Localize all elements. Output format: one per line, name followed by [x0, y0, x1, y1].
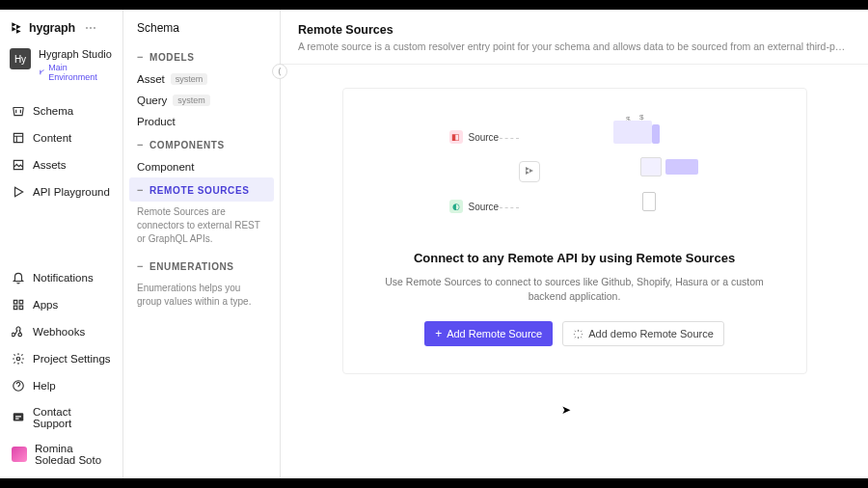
nav-content[interactable]: Content — [0, 124, 122, 151]
model-product[interactable]: Product — [129, 111, 274, 132]
collapse-icon: − — [137, 140, 144, 150]
secondary-nav: Notifications Apps Webhooks Project Sett… — [0, 258, 122, 478]
enumerations-group-header[interactable]: − ENUMERATIONS — [129, 254, 274, 278]
webhooks-icon — [12, 325, 25, 339]
nav-contact-support[interactable]: Contact Support — [0, 399, 122, 436]
nav-assets[interactable]: Assets — [0, 151, 122, 178]
remote-sources-help: Remote Sources are connectors to externa… — [129, 202, 274, 254]
nav-webhooks[interactable]: Webhooks — [0, 318, 122, 345]
empty-state-title: Connect to any Remote API by using Remot… — [366, 251, 783, 265]
nav-schema[interactable]: Schema — [0, 97, 122, 124]
illus-dest — [652, 124, 660, 144]
components-group-header[interactable]: − COMPONENTS — [129, 132, 274, 156]
schema-icon — [12, 104, 25, 118]
main-header: Remote Sources A remote source is a cust… — [281, 10, 868, 65]
source-icon: ◧ — [449, 130, 463, 144]
hygraph-logo-icon — [10, 21, 23, 35]
panel-collapse-button[interactable]: ⟨ — [272, 64, 287, 79]
model-asset[interactable]: Asset system — [129, 68, 274, 90]
schema-panel-title: Schema — [129, 21, 274, 44]
illus-dest — [640, 157, 662, 176]
apps-icon — [12, 298, 25, 312]
nav-user[interactable]: Romina Soledad Soto — [0, 436, 122, 473]
nav-help[interactable]: Help — [0, 372, 122, 399]
collapse-icon: − — [137, 52, 144, 63]
play-icon — [12, 185, 25, 199]
workspace-badge: Hy — [10, 48, 31, 69]
plus-icon: + — [435, 328, 442, 339]
model-query[interactable]: Query system — [129, 90, 274, 111]
add-remote-source-button[interactable]: + Add Remote Source — [424, 321, 553, 346]
source-icon: ◐ — [449, 200, 463, 213]
models-group-header[interactable]: − MODELS — [129, 44, 274, 68]
workspace-env: Main Environment — [39, 63, 113, 82]
collapse-icon: − — [137, 261, 144, 272]
workspace-switcher[interactable]: Hy Hygraph Studio Main Environment — [0, 44, 122, 92]
collapse-icon: − — [137, 185, 144, 196]
nav-project-settings[interactable]: Project Settings — [0, 345, 122, 372]
empty-state-description: Use Remote Sources to connect to sources… — [366, 275, 783, 304]
assets-icon — [12, 158, 25, 172]
content-icon — [12, 131, 25, 145]
illus-dest — [665, 159, 698, 175]
illus-source-1: ◧ Source — [449, 130, 500, 144]
empty-state-illustration: ◧ Source ◐ Source — [366, 118, 783, 233]
system-pill: system — [173, 95, 210, 106]
user-avatar — [12, 447, 27, 462]
help-icon — [12, 379, 25, 393]
svg-rect-2 — [14, 413, 24, 420]
page-title: Remote Sources — [298, 23, 851, 37]
chevron-left-icon: ⟨ — [278, 67, 282, 76]
primary-nav: Schema Content Assets API Playground — [0, 92, 122, 211]
gear-icon — [12, 352, 25, 366]
left-sidebar: hygraph ⋯ Hy Hygraph Studio Main Environ… — [0, 10, 123, 478]
nav-api-playground[interactable]: API Playground — [0, 178, 122, 205]
remote-sources-group-header[interactable]: − REMOTE SOURCES — [129, 177, 274, 202]
nav-notifications[interactable]: Notifications — [0, 264, 122, 291]
brand-row: hygraph ⋯ — [0, 10, 122, 44]
illus-source-2: ◐ Source — [449, 200, 500, 213]
system-pill: system — [171, 73, 208, 85]
illus-hygraph-node — [519, 161, 540, 182]
sparkle-icon — [573, 329, 583, 339]
chat-icon — [12, 411, 25, 424]
branch-icon — [39, 68, 45, 76]
bell-icon — [12, 271, 25, 285]
brand-more-icon[interactable]: ⋯ — [81, 19, 100, 37]
page-description: A remote source is a custom resolver ent… — [298, 41, 851, 52]
illus-dest — [613, 121, 652, 144]
empty-state-card: ◧ Source ◐ Source — [342, 88, 807, 374]
main-content: Remote Sources A remote source is a cust… — [281, 10, 868, 478]
svg-point-0 — [16, 357, 20, 361]
workspace-name: Hygraph Studio — [39, 48, 113, 61]
enumerations-help: Enumerations helps you group values with… — [129, 278, 274, 316]
component-item[interactable]: Component — [129, 156, 274, 177]
add-demo-remote-source-button[interactable]: Add demo Remote Source — [562, 321, 724, 346]
schema-panel: Schema − MODELS Asset system Query syste… — [123, 10, 281, 478]
nav-apps[interactable]: Apps — [0, 291, 122, 318]
illus-dest — [642, 192, 656, 211]
brand-name: hygraph — [29, 21, 75, 35]
